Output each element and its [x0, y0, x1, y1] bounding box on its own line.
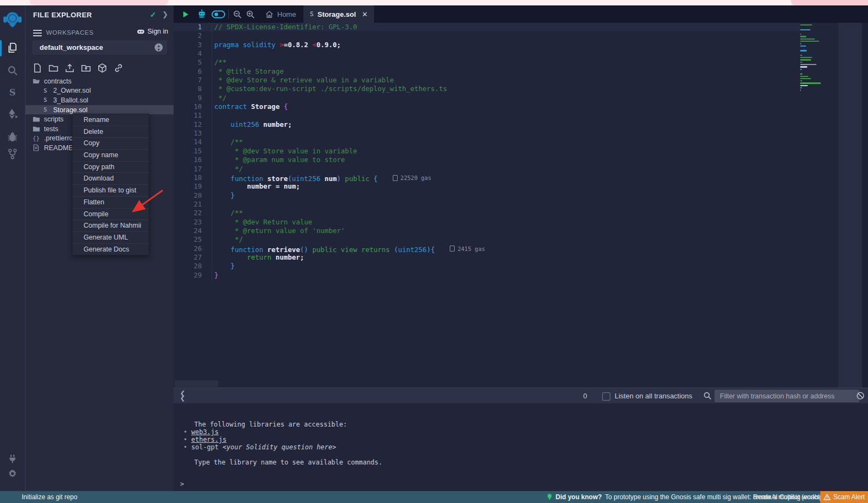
code-line-2[interactable]: 2: [174, 31, 800, 40]
library-name[interactable]: web3.js: [191, 428, 219, 436]
copilot-toggle[interactable]: [209, 5, 227, 23]
code-line-3[interactable]: 3pragma solidity >=0.8.2 <0.9.0;: [174, 41, 800, 49]
zoom-out-icon[interactable]: [230, 5, 244, 23]
code-line-24[interactable]: 24 * @return value of 'number': [174, 227, 800, 235]
context-menu-item-download[interactable]: Download: [73, 172, 149, 184]
code-line-25[interactable]: 25 */: [174, 235, 800, 244]
line-number: 20: [174, 191, 202, 200]
sol-icon: S: [41, 87, 49, 94]
code-line-22[interactable]: 22 /**: [174, 209, 800, 217]
context-menu-item-delete[interactable]: Delete: [73, 126, 149, 138]
upload-folder-icon[interactable]: [81, 63, 91, 73]
code-line-27[interactable]: 27 return number;: [174, 253, 800, 262]
code-line-19[interactable]: 19 number = num;: [174, 182, 800, 191]
code-line-20[interactable]: 20 }: [174, 191, 800, 200]
code-line-23[interactable]: 23 * @dev Return value: [174, 218, 800, 227]
code-line-29[interactable]: 29}: [174, 271, 800, 280]
code-line-17[interactable]: 17 */: [174, 165, 800, 173]
line-number: 23: [174, 218, 202, 227]
context-menu-item-copy-path[interactable]: Copy path: [73, 161, 149, 173]
context-menu-item-copy[interactable]: Copy: [73, 137, 149, 149]
line-number: 27: [174, 253, 202, 262]
minimap-slider[interactable]: [838, 23, 862, 388]
terminal-prompt[interactable]: >: [180, 480, 184, 488]
code-editor[interactable]: 1// SPDX-License-Identifier: GPL-3.023pr…: [174, 23, 868, 388]
file-explorer-icon[interactable]: [0, 38, 25, 57]
terminal-expand-icon[interactable]: ❮❮: [180, 391, 185, 401]
ai-assistant-robot-icon[interactable]: [194, 5, 209, 23]
code-line-16[interactable]: 16 * @param num value to store: [174, 156, 800, 164]
tab-storage-sol[interactable]: S Storage.sol ✕: [303, 5, 375, 23]
file-tree-item-3-ballot-sol[interactable]: S3_Ballot.sol: [25, 95, 174, 105]
sign-in-button[interactable]: Sign in: [137, 28, 168, 35]
context-menu-item-compile-for-nahmii[interactable]: Compile for Nahmii: [73, 220, 149, 231]
collapse-chevron-icon[interactable]: ❯: [162, 10, 168, 18]
solidity-compiler-icon[interactable]: S: [0, 82, 25, 102]
context-menu-item-rename[interactable]: Rename: [73, 114, 149, 126]
code-line-7[interactable]: 7 * @dev Store & retrieve value in a var…: [174, 76, 800, 85]
file-tree-item-contracts[interactable]: contracts: [25, 76, 174, 86]
terminal-search-icon[interactable]: [703, 391, 712, 400]
code-line-13[interactable]: 13: [174, 129, 800, 138]
transaction-filter-input[interactable]: [714, 390, 859, 402]
line-number: 13: [174, 129, 202, 138]
new-file-icon[interactable]: [32, 63, 42, 73]
deploy-run-icon[interactable]: [0, 104, 25, 124]
code-line-26[interactable]: 26 function retrieve() public view retur…: [174, 244, 800, 253]
remix-logo-icon[interactable]: [0, 8, 25, 31]
link-icon[interactable]: [113, 63, 124, 73]
code-line-14[interactable]: 14 /**: [174, 138, 800, 146]
code-line-4[interactable]: 4: [174, 49, 800, 58]
line-number: 3: [174, 41, 202, 49]
code-line-5[interactable]: 5/**: [174, 58, 800, 67]
line-number: 4: [174, 49, 202, 58]
gutter-border: [212, 23, 212, 282]
listen-all-transactions-checkbox[interactable]: [602, 392, 610, 401]
code-line-21[interactable]: 21: [174, 200, 800, 209]
context-menu-item-generate-docs[interactable]: Generate Docs: [73, 243, 149, 255]
terminal-help: Type the library name to see available c…: [183, 459, 382, 466]
zoom-in-icon[interactable]: [243, 5, 257, 23]
context-menu-item-copy-name[interactable]: Copy name: [73, 149, 149, 161]
code-line-6[interactable]: 6 * @title Storage: [174, 67, 800, 76]
line-text: * @return value of 'number': [202, 227, 345, 235]
code-line-10[interactable]: 10contract Storage {: [174, 102, 800, 111]
code-line-9[interactable]: 9 */: [174, 94, 800, 102]
code-line-11[interactable]: 11: [174, 111, 800, 120]
context-menu-item-generate-uml[interactable]: Generate UML: [73, 231, 149, 243]
clear-console-icon[interactable]: [856, 391, 865, 400]
debugger-icon[interactable]: [0, 127, 25, 146]
workspaces-menu-icon[interactable]: [33, 29, 42, 37]
settings-gear-icon[interactable]: [0, 464, 25, 483]
code-line-12[interactable]: 12 uint256 number;: [174, 120, 800, 129]
code-line-28[interactable]: 28 }: [174, 262, 800, 270]
ipfs-cube-icon[interactable]: [97, 63, 107, 73]
git-init-button[interactable]: Initialize as git repo: [22, 493, 78, 501]
code-line-8[interactable]: 8 * @custom:dev-run-script ./scripts/dep…: [174, 85, 800, 93]
git-icon[interactable]: [0, 144, 25, 164]
run-script-play-icon[interactable]: [178, 5, 193, 23]
file-tree-item-2-owner-sol[interactable]: S2_Owner.sol: [25, 86, 174, 96]
code-line-1[interactable]: 1// SPDX-License-Identifier: GPL-3.0: [174, 23, 800, 31]
code-line-15[interactable]: 15 * @dev Store value in variable: [174, 147, 800, 156]
code-line-18[interactable]: 18 function store(uint256 num) public {2…: [174, 173, 800, 182]
copilot-status[interactable]: RemixAI Copilot (enabled): [753, 493, 829, 501]
terminal-intro: The following libraries are accessible:: [183, 421, 382, 428]
horizontal-scrollbar-thumb[interactable]: [175, 381, 218, 387]
library-name[interactable]: ethers.js: [191, 436, 226, 443]
scam-alert-button[interactable]: Scam Alert: [820, 491, 868, 503]
upload-file-icon[interactable]: [65, 63, 75, 73]
minimap[interactable]: [800, 24, 838, 92]
tab-home[interactable]: Home: [258, 5, 304, 23]
workspace-select[interactable]: default_workspace ▲▼: [32, 40, 167, 55]
scam-alert-label: Scam Alert: [833, 493, 865, 501]
tab-close-icon[interactable]: ✕: [362, 10, 368, 18]
line-text: pragma solidity >=0.8.2 <0.9.0;: [202, 41, 341, 49]
file-tree-item-storage-sol[interactable]: SStorage.sol: [25, 105, 174, 115]
new-folder-icon[interactable]: [48, 63, 59, 73]
terminal-output[interactable]: The following libraries are accessible: …: [174, 403, 868, 491]
line-number: 24: [174, 227, 202, 235]
line-text: * @param num value to store: [202, 156, 345, 164]
search-icon[interactable]: [0, 61, 25, 80]
sol-icon: S: [41, 96, 49, 104]
